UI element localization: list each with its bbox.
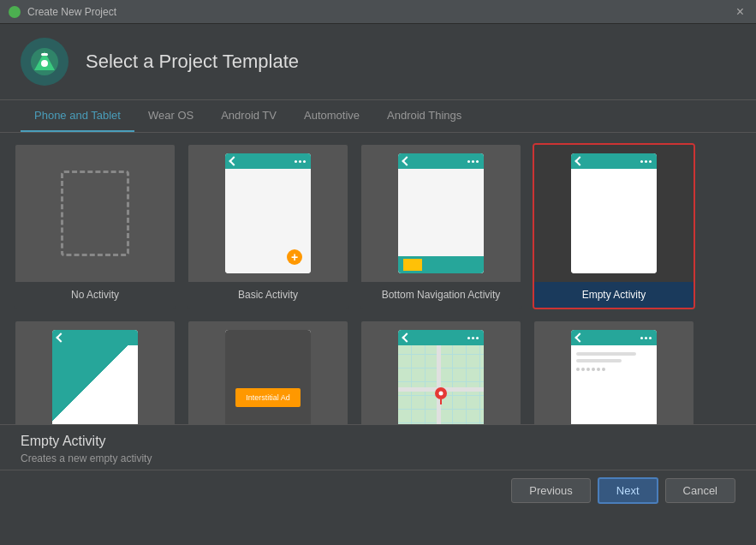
l1 — [640, 337, 643, 339]
toolbar-dots-map — [467, 337, 479, 339]
dot3 — [303, 160, 306, 163]
dot-c — [586, 368, 590, 371]
tab-phone-tablet[interactable]: Phone and Tablet — [21, 100, 134, 132]
interstitial-phone: Interstitial Ad — [225, 330, 311, 424]
l2 — [645, 337, 647, 339]
toolbar-dots-3 — [640, 160, 652, 163]
previous-button[interactable]: Previous — [511, 478, 591, 503]
no-activity-label: No Activity — [15, 282, 175, 308]
fullscreen-toolbar — [52, 330, 138, 345]
selected-template-title: Empty Activity — [21, 434, 735, 449]
fullscreen-phone: ⛶ — [52, 330, 138, 424]
template-interstitial-ad[interactable]: Interstitial Ad Interstitial Ad — [187, 320, 349, 424]
empty-activity-preview — [534, 145, 693, 282]
title-bar: Create New Project × — [0, 0, 756, 24]
toolbar-dots — [295, 160, 306, 163]
d1 — [467, 160, 470, 163]
template-maps[interactable]: Google Maps Activity — [360, 320, 522, 424]
basic-activity-label: Basic Activity — [188, 282, 348, 308]
dot-b — [581, 368, 585, 371]
svg-point-1 — [41, 60, 48, 67]
tab-wear-os[interactable]: Wear OS — [134, 100, 207, 132]
bottom-nav-phone — [398, 153, 484, 273]
template-fullscreen[interactable]: ⛶ Fullscreen Activity — [14, 320, 176, 424]
tab-automotive[interactable]: Automotive — [290, 100, 373, 132]
no-activity-preview — [15, 145, 175, 282]
m2 — [472, 337, 474, 339]
interstitial-content: Interstitial Ad — [225, 345, 311, 424]
empty-phone — [571, 153, 657, 273]
bottom-nav-bar — [398, 256, 484, 273]
maps-phone — [398, 330, 484, 424]
m3 — [476, 337, 479, 339]
d3 — [476, 160, 479, 163]
cancel-button[interactable]: Cancel — [665, 478, 735, 503]
template-empty-activity[interactable]: Empty Activity — [533, 143, 695, 309]
empty-toolbar — [571, 153, 657, 169]
info-panel: Empty Activity Creates a new empty activ… — [0, 424, 756, 470]
dot-a — [576, 368, 580, 371]
toolbar-dots-2 — [467, 160, 479, 163]
svg-rect-2 — [41, 53, 48, 56]
fab-button: + — [287, 249, 302, 265]
dialog-header: Select a Project Template — [0, 24, 756, 100]
ad-banner: Interstitial Ad — [235, 388, 301, 407]
nav-item-1 — [403, 259, 422, 271]
next-button[interactable]: Next — [598, 477, 658, 504]
maps-preview — [361, 321, 521, 424]
login-phone — [571, 330, 657, 424]
expand-icon: ⛶ — [126, 349, 134, 358]
template-login[interactable]: Login Activity — [533, 320, 695, 424]
login-content — [571, 345, 657, 424]
tab-android-things[interactable]: Android Things — [373, 100, 475, 132]
template-bottom-nav[interactable]: Bottom Navigation Activity — [360, 143, 522, 309]
bottom-nav-label: Bottom Navigation Activity — [361, 282, 521, 308]
dot-e — [597, 368, 600, 371]
basic-activity-preview: + — [188, 145, 348, 282]
dot-d — [592, 368, 595, 371]
d2 — [472, 160, 474, 163]
e2 — [645, 160, 647, 163]
empty-activity-label: Empty Activity — [534, 282, 693, 308]
map-content — [398, 345, 484, 424]
dialog-footer: Previous Next Cancel — [0, 470, 756, 511]
interstitial-toolbar — [225, 330, 311, 345]
android-studio-logo — [21, 38, 68, 86]
template-no-activity[interactable]: No Activity — [14, 143, 176, 309]
map-pin — [435, 387, 447, 404]
basic-activity-phone: + — [225, 153, 311, 273]
app-icon — [9, 6, 21, 18]
selected-template-desc: Creates a new empty activity — [21, 452, 735, 464]
close-button[interactable]: × — [733, 4, 747, 20]
line1 — [576, 352, 636, 356]
e3 — [649, 160, 652, 163]
tab-android-tv[interactable]: Android TV — [207, 100, 290, 132]
dot1 — [295, 160, 297, 163]
login-toolbar — [571, 330, 657, 345]
toolbar-dots-login — [640, 337, 652, 339]
template-grid: No Activity + Basic — [0, 133, 756, 424]
no-activity-icon — [61, 171, 129, 256]
window-title: Create New Project — [27, 6, 116, 18]
dot-f — [602, 368, 605, 371]
template-basic-activity[interactable]: + Basic Activity — [187, 143, 349, 309]
bottom-nav-toolbar — [398, 153, 484, 169]
category-tabs: Phone and Tablet Wear OS Android TV Auto… — [0, 100, 756, 133]
l3 — [649, 337, 652, 339]
mock-dots — [576, 368, 652, 371]
title-bar-left: Create New Project — [9, 6, 116, 18]
login-preview — [534, 321, 693, 424]
diagonal-decoration — [52, 345, 138, 424]
bottom-nav-preview — [361, 145, 521, 282]
fullscreen-preview: ⛶ — [15, 321, 175, 424]
line2 — [576, 359, 622, 362]
basic-content: + — [225, 169, 311, 273]
nav-item-3 — [460, 259, 479, 271]
e1 — [640, 160, 643, 163]
interstitial-preview: Interstitial Ad — [188, 321, 348, 424]
dot2 — [299, 160, 301, 163]
basic-toolbar — [225, 153, 311, 169]
maps-toolbar — [398, 330, 484, 345]
nav-item-2 — [432, 259, 450, 271]
page-title: Select a Project Template — [86, 51, 299, 73]
